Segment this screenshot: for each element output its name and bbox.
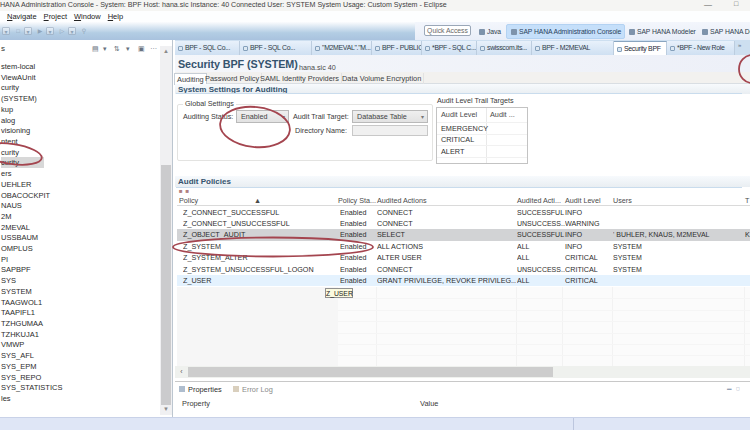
col-audited-actions[interactable]: Audited Actions: [377, 196, 427, 205]
tree-item[interactable]: 2MEVAL: [1, 222, 30, 233]
tree-item[interactable]: USSBAUM: [1, 232, 38, 243]
editor-tab[interactable]: *BPF - New Role: [667, 41, 735, 55]
editor-tab[interactable]: "M2MEVAL"."M...: [312, 41, 372, 55]
policy-row[interactable]: Z_SYSTEM_UNSUCCESSFUL_LOGON Enabled CONN…: [177, 264, 750, 275]
col-audit-level[interactable]: Audit Level: [565, 196, 601, 205]
tree-item[interactable]: SYS_AFL: [1, 350, 34, 361]
toolbar-icon-debug[interactable]: ▾: [46, 27, 54, 35]
tree-item[interactable]: kup: [1, 104, 13, 115]
scroll-up-icon[interactable]: ▲: [161, 48, 171, 54]
col-target[interactable]: T: [745, 196, 749, 205]
scroll-down-icon[interactable]: ▼: [161, 406, 171, 412]
tab-properties[interactable]: Properties: [179, 384, 222, 396]
policies-toolbar-icons[interactable]: ■■: [179, 188, 192, 194]
panel-link-icon[interactable]: ▣: [138, 45, 145, 53]
sidebar-scrollbar-thumb[interactable]: [161, 165, 171, 405]
tree-item[interactable]: SAPBPF: [1, 264, 31, 275]
toolbar-icon-save[interactable]: □: [14, 27, 22, 35]
tab-overflow-icon[interactable]: »: [738, 42, 741, 48]
tree-item[interactable]: visioning: [1, 125, 30, 136]
policy-row[interactable]: Z_CONNECT_UNSUCCESSFUL Enabled CONNECT U…: [177, 218, 750, 229]
panel-menu-icon[interactable]: ▤: [92, 45, 99, 53]
toolbar-icon-print[interactable]: ▶: [36, 27, 44, 35]
minimize-view-icon[interactable]: ▬: [727, 386, 732, 391]
tree-item[interactable]: ers: [1, 168, 11, 179]
directory-name-input[interactable]: [352, 125, 428, 136]
col-policy[interactable]: Policy: [179, 196, 198, 205]
tree-item[interactable]: VMWP: [1, 339, 24, 350]
tree-item[interactable]: NAUS: [1, 200, 22, 211]
perspective-button[interactable]: SAP HANA Modeler: [629, 25, 696, 38]
tree-item[interactable]: SYS_REPO: [1, 372, 41, 383]
tree-item[interactable]: TZHKUJA1: [1, 329, 39, 340]
col-users[interactable]: Users: [613, 196, 632, 205]
trail-target-row[interactable]: ALERT: [441, 146, 464, 157]
tree-item[interactable]: SYS: [1, 275, 16, 286]
editor-tab[interactable]: swisscom.its...: [477, 41, 532, 55]
maximize-icon[interactable]: □: [734, 0, 738, 7]
editor-tab[interactable]: *BPF - SQL C...: [422, 41, 477, 55]
trail-target-row[interactable]: CRITICAL: [441, 134, 474, 145]
tree-item[interactable]: UEHLER: [1, 179, 31, 190]
policy-row[interactable]: Z_USER Enabled GRANT PRIVILEGE, REVOKE P…: [177, 275, 750, 286]
panel-more-icon[interactable]: ⋯: [150, 45, 157, 53]
editor-tab[interactable]: BPF - SQL Co...: [240, 41, 312, 55]
tree-item[interactable]: les: [1, 393, 11, 404]
scroll-left-icon[interactable]: ‹: [176, 366, 187, 378]
tree-item[interactable]: SYS_STATISTICS: [1, 382, 62, 393]
tree-item[interactable]: (SYSTEM): [1, 93, 37, 104]
toolbar-icon-search[interactable]: ⚲: [80, 27, 88, 35]
horizontal-scrollbar-thumb[interactable]: [188, 367, 553, 377]
panel-dropdown2-icon[interactable]: ▾: [126, 45, 130, 53]
tree-item[interactable]: TAAPIFL1: [1, 307, 35, 318]
tree-item[interactable]: SYS_EPM: [1, 361, 36, 372]
toolbar-icon-saveall[interactable]: ▾: [24, 27, 32, 35]
panel-collapse-icon[interactable]: ⇅: [114, 45, 120, 53]
value-column-header[interactable]: Value: [420, 399, 438, 408]
col-policy-status[interactable]: Policy Sta...: [338, 196, 376, 205]
menu-item[interactable]: Project: [44, 12, 67, 21]
tree-item[interactable]: ntent: [1, 136, 18, 147]
auditing-status-dropdown[interactable]: Enabled▾: [236, 110, 289, 123]
perspective-button[interactable]: SAP HANA Devel: [702, 25, 750, 38]
menu-item[interactable]: Window: [74, 12, 101, 21]
property-column-header[interactable]: Property: [182, 399, 210, 408]
tree-item[interactable]: OBACOCKPIT: [1, 190, 50, 201]
policy-row[interactable]: Z_SYSTEM Enabled ALL ACTIONS ALL INFO SY…: [177, 241, 750, 252]
panel-dropdown-icon[interactable]: ▾: [103, 45, 107, 53]
col-audited-action-status[interactable]: Audited Acti...: [517, 196, 561, 205]
menu-item[interactable]: Help: [108, 12, 123, 21]
trail-target-row[interactable]: EMERGENCY: [441, 123, 488, 134]
tree-item[interactable]: PI: [1, 254, 8, 265]
perspective-button[interactable]: Java: [479, 25, 501, 38]
toolbar-icon-external[interactable]: ▾: [68, 27, 76, 35]
tree-item[interactable]: alog: [1, 115, 15, 126]
tree-item[interactable]: TZHGUMAA: [1, 318, 43, 329]
quick-access-box[interactable]: Quick Access: [424, 25, 471, 36]
policy-row[interactable]: Z_SYSTEM_ALTER Enabled ALTER USER ALL CR…: [177, 252, 750, 263]
editor-tab[interactable]: Security BPF: [614, 41, 667, 55]
policy-row[interactable]: Z_CONNECT_SUCCESSFUL Enabled CONNECT SUC…: [177, 207, 750, 218]
maximize-view-icon[interactable]: ◻: [736, 386, 740, 391]
perspective-button[interactable]: SAP HANA Administration Console: [511, 25, 621, 38]
tree-item[interactable]: curity: [1, 157, 44, 168]
tree-item[interactable]: curity: [1, 147, 19, 158]
tree-item[interactable]: TAAGWOL1: [1, 297, 42, 308]
toolbar-icon-new[interactable]: ▾: [2, 27, 10, 35]
minimize-icon[interactable]: —: [704, 0, 712, 9]
editor-tab[interactable]: BPF - SQL Co...: [175, 41, 240, 55]
toolbar-icon-run[interactable]: ▷: [58, 27, 66, 35]
menu-item[interactable]: Navigate: [7, 12, 37, 21]
audit-trail-target-dropdown[interactable]: Database Table▾: [352, 110, 428, 123]
editor-tab[interactable]: BPF - PUBLIC...: [372, 41, 422, 55]
tree-item[interactable]: stem-local: [1, 61, 35, 72]
editor-tab[interactable]: BPF - M2MEVAL: [532, 41, 614, 55]
horizontal-scrollbar[interactable]: ‹: [175, 366, 750, 378]
tab-error-log[interactable]: Error Log: [233, 384, 273, 396]
tree-item[interactable]: 2M: [1, 211, 11, 222]
tree-item[interactable]: OMPLUS: [1, 243, 33, 254]
policy-row[interactable]: Z_OBJECT_AUDIT Enabled SELECT SUCCESSFUL…: [177, 229, 750, 240]
tree-item[interactable]: ViewAUnit: [1, 72, 35, 83]
tree-item[interactable]: curity: [1, 82, 19, 93]
tree-item[interactable]: SYSTEM: [1, 286, 32, 297]
